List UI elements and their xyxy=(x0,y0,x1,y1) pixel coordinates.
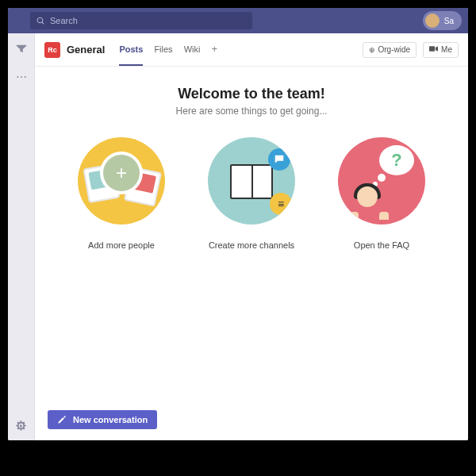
new-conversation-button[interactable]: New conversation xyxy=(48,410,157,429)
app-body: ⋯ Rc General Posts Files Wiki + ⊕ Org-wi… xyxy=(8,33,468,440)
channel-name: General xyxy=(67,44,105,56)
tab-files[interactable]: Files xyxy=(154,33,172,66)
question-icon: ? xyxy=(379,145,414,175)
card-create-channels[interactable]: Create more channels xyxy=(203,137,300,250)
teams-app: Search Sa ⋯ Rc General Posts xyxy=(8,8,468,440)
svg-rect-0 xyxy=(429,46,435,51)
search-input[interactable]: Search xyxy=(30,12,252,29)
welcome-cards: + Add more people Create more channels xyxy=(48,137,455,250)
card-label: Open the FAQ xyxy=(354,240,409,250)
globe-icon: ⊕ xyxy=(369,46,375,54)
welcome-title: Welcome to the team! xyxy=(48,86,455,102)
tab-posts[interactable]: Posts xyxy=(119,33,143,66)
org-wide-button[interactable]: ⊕ Org-wide xyxy=(363,42,417,58)
meet-button[interactable]: Me xyxy=(423,42,459,58)
card-label: Create more channels xyxy=(209,240,294,250)
title-bar: Search Sa xyxy=(8,8,468,33)
add-tab-button[interactable]: + xyxy=(211,33,217,66)
card-open-faq[interactable]: ? Open the FAQ xyxy=(333,137,430,250)
card-label: Add more people xyxy=(88,240,155,250)
search-icon xyxy=(36,17,45,25)
add-people-illustration: + xyxy=(78,137,165,225)
profile-button[interactable]: Sa xyxy=(423,11,462,30)
create-channels-illustration xyxy=(208,137,295,225)
compose-area: New conversation xyxy=(35,402,468,440)
search-placeholder: Search xyxy=(50,16,78,25)
channel-panel: Rc General Posts Files Wiki + ⊕ Org-wide xyxy=(35,33,468,440)
rail-filter-icon[interactable] xyxy=(14,41,29,56)
list-icon xyxy=(270,193,292,215)
app-rail: ⋯ xyxy=(8,33,35,440)
app-window-frame: Search Sa ⋯ Rc General Posts xyxy=(0,0,476,476)
camera-icon xyxy=(429,45,438,54)
welcome-subtitle: Here are some things to get going... xyxy=(48,106,455,117)
rail-more-icon[interactable]: ⋯ xyxy=(14,70,29,84)
channel-header: Rc General Posts Files Wiki + ⊕ Org-wide xyxy=(35,33,468,67)
chat-icon xyxy=(268,148,290,171)
user-initials: Sa xyxy=(444,17,454,25)
card-add-people[interactable]: + Add more people xyxy=(73,137,170,250)
compose-icon xyxy=(57,415,67,424)
channel-tabs: Posts Files Wiki + xyxy=(119,33,217,66)
org-wide-label: Org-wide xyxy=(378,45,411,54)
team-avatar: Rc xyxy=(44,42,60,58)
settings-icon[interactable] xyxy=(14,418,29,432)
new-conversation-label: New conversation xyxy=(73,415,148,424)
meet-label: Me xyxy=(441,45,452,54)
open-faq-illustration: ? xyxy=(338,137,425,225)
tab-wiki[interactable]: Wiki xyxy=(184,33,201,66)
welcome-area: Welcome to the team! Here are some thing… xyxy=(35,67,468,402)
avatar xyxy=(425,13,440,28)
